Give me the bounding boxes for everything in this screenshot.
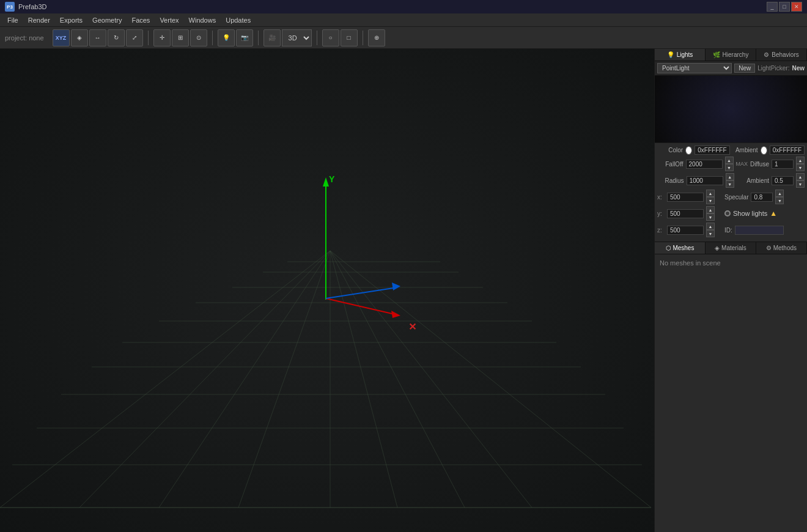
color-picker[interactable] [685,146,692,155]
radius-row: Radius 1000 ▲ ▼ Ambient 0.5 ▲ ▼ [657,173,805,188]
warning-icon: ▲ [770,209,777,218]
z-spinner: ▲ ▼ [706,223,715,237]
rotate-tool[interactable]: ↻ [108,29,125,46]
grid-btn[interactable]: ⊞ [172,29,189,46]
y-up[interactable]: ▲ [706,206,715,213]
extra-btn[interactable]: ⊕ [368,29,385,46]
falloff-down[interactable]: ▼ [725,164,734,171]
x-spinner: ▲ ▼ [706,190,715,204]
x-row: x: 500 ▲ ▼ Specular 0.8 ▲ ▼ [657,190,805,204]
select-tool[interactable]: ◈ [71,29,88,46]
ambient-hex-value[interactable]: 0xFFFFFF [770,146,805,155]
svg-marker-24 [391,311,400,318]
ambient-input[interactable]: 0.5 [772,176,794,185]
tab-behaviors[interactable]: ⚙ Behaviors [756,49,807,61]
lights-tab-icon: 💡 [667,51,674,58]
specular-input[interactable]: 0.8 [751,193,773,202]
radius-input[interactable]: 1000 [687,176,723,185]
z-input[interactable]: 500 [667,226,704,235]
show-lights-label: Show lights [733,210,767,217]
radius-up[interactable]: ▲ [726,173,734,180]
falloff-up[interactable]: ▲ [725,157,734,164]
x-input[interactable]: 500 [667,193,704,202]
y-row: y: 500 ▲ ▼ Show lights ▲ [657,206,805,221]
project-label: project: none [5,34,44,42]
diffuse-spinner: ▲ ▼ [796,157,805,171]
camera-view-btn[interactable]: 🎥 [263,29,281,46]
specular-down[interactable]: ▼ [775,197,784,204]
maximize-button[interactable]: □ [779,2,790,12]
show-lights-row: Show lights ▲ [724,209,777,218]
tab-hierarchy[interactable]: 🌿 Hierarchy [706,49,756,61]
menu-file[interactable]: File [2,15,23,25]
ambient-color-picker[interactable] [761,146,767,155]
y-down[interactable]: ▼ [706,213,715,221]
minimize-button[interactable]: _ [767,2,778,12]
viewport[interactable]: Y ✕ [0,49,654,532]
behaviors-tab-icon: ⚙ [764,51,769,58]
rect-btn[interactable]: □ [341,29,358,46]
ambient-down[interactable]: ▼ [796,180,805,188]
id-input[interactable] [735,226,784,235]
menu-faces[interactable]: Faces [127,15,155,25]
id-label: ID: [724,227,732,234]
app-icon: P3 [5,2,15,12]
toolbar: project: none XYZ ◈ ↔ ↻ ⤢ ✛ ⊞ ⊙ 💡 📷 🎥 3D… [0,27,807,49]
tab-methods[interactable]: ⚙ Methods [756,242,807,254]
view-mode-select[interactable]: 3D 2D [282,29,312,46]
falloff-spinner: ▲ ▼ [725,157,734,171]
menu-updates[interactable]: Updates [221,15,256,25]
svg-line-1 [0,251,330,508]
snap-btn[interactable]: ✛ [153,29,171,46]
diffuse-up[interactable]: ▲ [796,157,805,164]
falloff-input[interactable]: 2000 [686,160,723,169]
close-button[interactable]: ✕ [791,2,802,12]
light-type-select[interactable]: PointLight DirectionalLight SpotLight [657,63,732,73]
menu-windows[interactable]: Windows [184,15,221,25]
svg-text:✕: ✕ [408,322,416,332]
right-panel: 💡 Lights 🌿 Hierarchy ⚙ Behaviors PointLi… [654,49,807,532]
separator-2 [212,31,213,45]
ambient-label: Ambient [732,147,758,153]
ambient-spinner: ▲ ▼ [796,173,805,188]
y-input[interactable]: 500 [667,209,704,218]
viewport-canvas[interactable]: Y ✕ [0,49,654,532]
move-tool[interactable]: ↔ [89,29,106,46]
menu-vertex[interactable]: Vertex [155,15,183,25]
tab-meshes[interactable]: ⬡ Meshes [655,242,706,254]
diffuse-down[interactable]: ▼ [796,164,805,171]
light-new-button[interactable]: New [734,64,755,73]
separator-1 [148,31,149,45]
falloff-row: FallOff 2000 ▲ ▼ MAX Diffuse 1 ▲ ▼ [657,157,805,171]
hierarchy-tab-label: Hierarchy [723,51,749,58]
camera-btn[interactable]: 📷 [236,29,253,46]
x-up[interactable]: ▲ [706,190,715,197]
show-lights-radio[interactable] [724,210,731,216]
shape-tools: ○ □ [322,29,358,46]
light-btn[interactable]: 💡 [218,29,235,46]
radius-label: Radius [657,177,684,184]
ambient-val-label: Ambient [746,177,769,184]
view-mode-group: 🎥 3D 2D [263,29,312,46]
x-down[interactable]: ▼ [706,197,715,204]
specular-up[interactable]: ▲ [775,190,784,197]
circle-btn[interactable]: ○ [322,29,339,46]
menu-render[interactable]: Render [23,15,55,25]
behaviors-tab-label: Behaviors [772,51,798,58]
menu-geometry[interactable]: Geometry [87,15,127,25]
svg-marker-26 [392,283,400,290]
z-down[interactable]: ▼ [706,230,715,237]
z-up[interactable]: ▲ [706,223,715,230]
titlebar: P3 Prefab3D _ □ ✕ [0,0,807,13]
scale-tool[interactable]: ⤢ [126,29,143,46]
link-btn[interactable]: ⊙ [190,29,207,46]
color-hex-value[interactable]: 0xFFFFFF [695,146,729,155]
menu-exports[interactable]: Exports [55,15,87,25]
ambient-up[interactable]: ▲ [796,173,805,180]
tab-lights[interactable]: 💡 Lights [655,49,706,61]
tab-materials[interactable]: ◈ Materials [706,242,756,254]
axis-icon[interactable]: XYZ [53,29,70,46]
light-preview [655,76,807,143]
radius-down[interactable]: ▼ [726,180,734,188]
diffuse-input[interactable]: 1 [772,160,794,169]
